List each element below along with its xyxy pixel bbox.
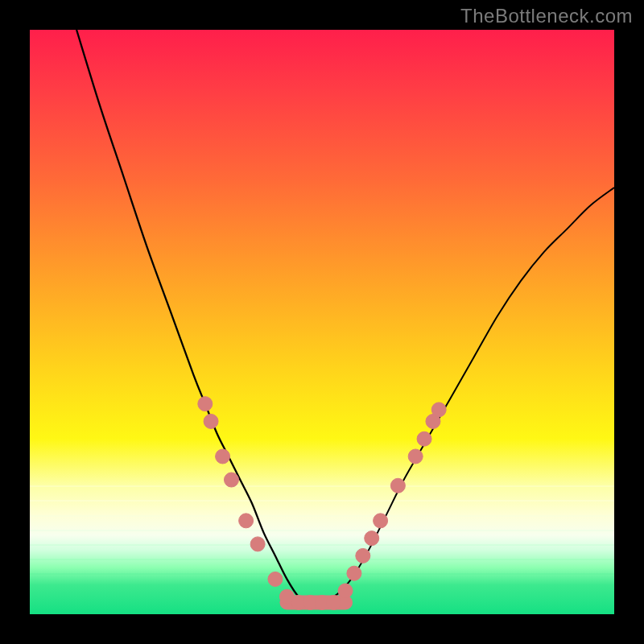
data-marker [347, 566, 361, 580]
data-marker [204, 414, 218, 428]
marker-group [198, 397, 446, 610]
data-marker [408, 449, 423, 464]
data-marker [198, 397, 213, 411]
plot-area [30, 30, 614, 614]
data-marker [268, 572, 283, 586]
data-marker [338, 584, 353, 598]
data-marker [431, 402, 446, 417]
data-marker [356, 548, 370, 563]
data-marker [250, 537, 265, 551]
data-marker [239, 514, 254, 528]
left-curve [76, 30, 310, 602]
right-curve [310, 188, 614, 602]
data-marker [374, 514, 388, 528]
watermark-text: TheBottleneck.com [460, 5, 633, 27]
data-marker [390, 478, 405, 493]
chart-stage: TheBottleneck.com [0, 0, 644, 644]
data-marker [365, 531, 379, 546]
data-marker [327, 595, 341, 609]
data-marker [417, 431, 431, 446]
data-marker [216, 449, 230, 464]
data-marker [224, 473, 238, 487]
curve-layer [30, 30, 614, 614]
